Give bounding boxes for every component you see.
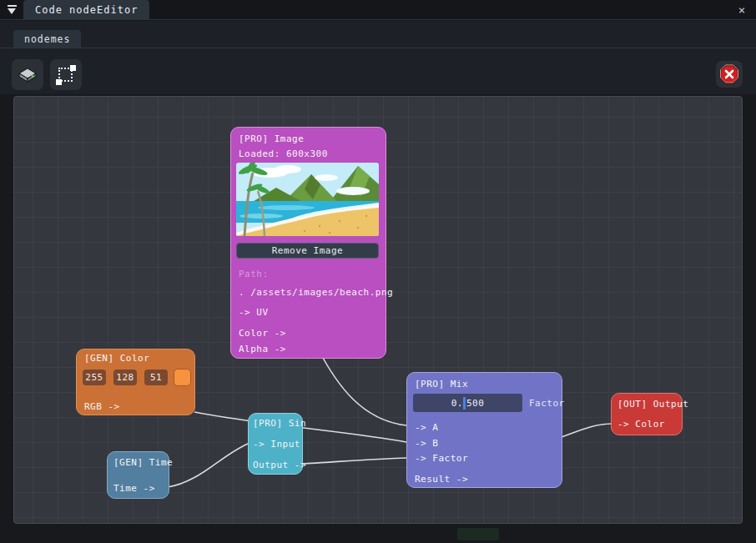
tab-nodemes[interactable]: nodemes [13, 30, 81, 48]
factor-value-input[interactable]: 0.500 [413, 394, 522, 412]
port-color-output[interactable]: Color -> [239, 329, 286, 339]
node-out-output[interactable]: [OUT] Output -> Color [611, 393, 683, 435]
titlebar: Code nodeEditor × [0, 0, 756, 20]
factor-value-post: 500 [466, 398, 484, 409]
path-value: . /assets/images/beach.png [239, 288, 393, 298]
port-output[interactable]: Output -> [253, 460, 306, 470]
node-title: [PRO] Image [239, 134, 304, 144]
node-title: [GEN] Time [113, 458, 173, 468]
port-b-input[interactable]: -> B [415, 439, 439, 449]
path-label: Path: [239, 269, 269, 279]
node-gen-color[interactable]: [GEN] Color 255 128 51 RGB -> [76, 349, 195, 415]
bottom-artifact [457, 528, 499, 540]
drive-icon [17, 66, 38, 84]
node-pro-sin[interactable]: [PRO] Sin -> Input Output -> [248, 413, 303, 475]
window-tab-code-nodeeditor[interactable]: Code nodeEditor [23, 0, 149, 20]
node-editor-window: Code nodeEditor × nodemes [0, 0, 756, 543]
beach-image-thumbnail [236, 163, 379, 236]
blue-value-field[interactable]: 51 [144, 370, 168, 385]
node-graph-canvas[interactable]: [PRO] Image Loaded: 600x300 [13, 96, 743, 524]
node-pro-image[interactable]: [PRO] Image Loaded: 600x300 [230, 127, 386, 359]
color-swatch[interactable] [174, 369, 191, 386]
node-title: [GEN] Color [84, 354, 149, 364]
image-loaded-status: Loaded: 600x300 [239, 149, 328, 159]
marquee-select-icon [57, 66, 75, 84]
tab-row: nodemes [0, 21, 756, 48]
port-a-input[interactable]: -> A [415, 423, 439, 433]
wire-mix-result-to-output-color [562, 424, 612, 437]
port-rgb-output[interactable]: RGB -> [84, 402, 120, 412]
toolbar [0, 48, 756, 94]
factor-value-pre: 0. [451, 398, 463, 409]
stop-button[interactable] [716, 61, 743, 88]
port-result-output[interactable]: Result -> [415, 475, 468, 485]
wire-time-to-sin-input [168, 444, 248, 487]
drive-button[interactable] [12, 59, 43, 90]
close-icon[interactable]: × [733, 2, 750, 18]
red-value-field[interactable]: 255 [83, 370, 106, 385]
node-title: [OUT] Output [617, 400, 688, 410]
port-input[interactable]: -> Input [253, 440, 300, 450]
node-gen-time[interactable]: [GEN] Time Time -> [107, 451, 169, 499]
port-color-input[interactable]: -> Color [617, 420, 665, 430]
factor-field-label: Factor [529, 398, 565, 409]
tab-nodemes-label: nodemes [24, 33, 70, 45]
node-title: [PRO] Sin [253, 419, 306, 429]
stop-sign-icon [719, 64, 739, 84]
collapse-icon[interactable] [6, 4, 19, 16]
port-factor-input[interactable]: -> Factor [415, 454, 468, 464]
port-alpha-output[interactable]: Alpha -> [239, 344, 286, 354]
window-tab-label: Code nodeEditor [35, 4, 138, 16]
wire-sin-output-to-mix-factor [301, 458, 406, 464]
node-title: [PRO] Mix [415, 380, 468, 390]
port-uv-input[interactable]: -> UV [239, 308, 269, 318]
green-value-field[interactable]: 128 [113, 370, 137, 385]
wire-image-color-to-mix-a [318, 349, 406, 425]
marquee-select-button[interactable] [50, 59, 82, 90]
node-pro-mix[interactable]: [PRO] Mix 0.500 Factor -> A -> B -> Fact… [406, 372, 562, 488]
port-time-output[interactable]: Time -> [113, 484, 155, 494]
remove-image-button[interactable]: Remove Image [236, 243, 379, 259]
